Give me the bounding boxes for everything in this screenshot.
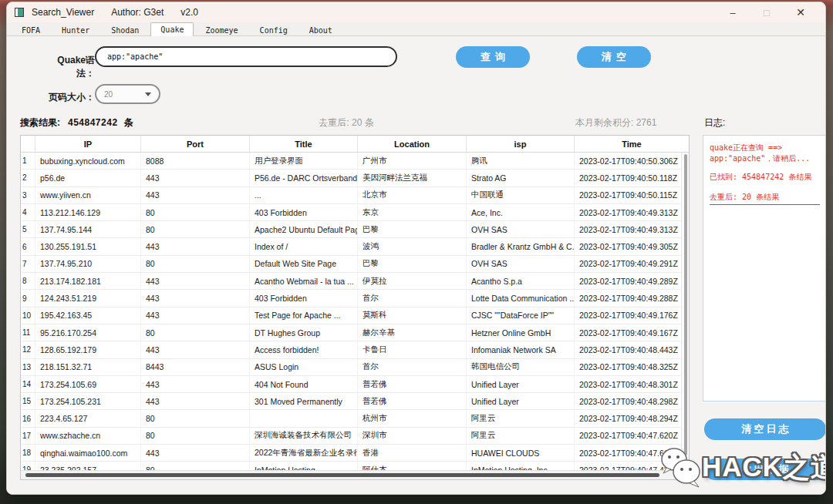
table-row[interactable]: 3www.yiiven.cn443...北京市中国联通2023-02-17T09… <box>21 187 681 204</box>
table-row[interactable]: 13218.151.32.718443ASUS Login首尔韩国电信公司202… <box>21 359 681 376</box>
table-cell: 443 <box>141 273 250 289</box>
page-size-dropdown[interactable]: 20 <box>95 84 160 104</box>
table-cell: 11 <box>21 324 35 341</box>
table-cell: 阿什本 <box>358 462 467 470</box>
table-cell: Unified Layer <box>467 393 575 409</box>
table-cell: 443 <box>141 445 250 461</box>
table-cell: 80 <box>141 324 250 341</box>
column-header-Location[interactable]: Location <box>358 136 467 152</box>
results-value: 454847242 <box>68 117 118 128</box>
log-lines: quake正在查询 ==>app:"apache"，请稍后...已找到: 454… <box>710 143 820 202</box>
table-row[interactable]: 4113.212.146.12980403 Forbidden东京Ace, In… <box>21 204 681 221</box>
table-cell: 17 <box>21 428 35 444</box>
table-cell: 2023-02-17T09:40:50.118Z <box>575 170 681 186</box>
column-header-Time[interactable]: Time <box>575 136 689 152</box>
tab-label: Quake <box>160 25 184 34</box>
query-input[interactable] <box>95 46 397 67</box>
table-cell: 301 Moved Permanently <box>250 393 358 409</box>
table-row[interactable]: 8213.174.182.181443Acantho Webmail - la … <box>21 273 681 290</box>
table-row[interactable]: 1bubuxing.xyncloud.com8088用户登录界面广州市腾讯202… <box>21 153 681 170</box>
minimize-button[interactable]: – <box>716 3 750 22</box>
tab-label: Hunter <box>62 26 89 35</box>
tab-config[interactable]: Config <box>250 24 298 35</box>
tab-zoomeye[interactable]: Zoomeye <box>195 24 248 35</box>
window-title: Search_Viewer <box>32 7 94 18</box>
table-cell: 东京 <box>358 204 467 220</box>
table-cell: 6 <box>21 238 35 254</box>
app-window: Search_Viewer Author: G3et v2.0 – □ ✕ FO… <box>6 2 826 495</box>
table-row[interactable]: 16223.4.65.12780杭州市阿里云2023-02-17T09:40:4… <box>21 410 681 427</box>
table-cell: 404 Not Found <box>250 376 358 392</box>
table-cell: 香港 <box>358 445 467 461</box>
table-cell: 普若佛 <box>358 393 467 409</box>
tab-bar: FOFAHunterShodanQuakeZoomeyeConfigAbout <box>7 22 825 36</box>
table-row[interactable]: 6130.255.191.51443Index of /波鸿Bradler & … <box>21 238 681 255</box>
table-row[interactable]: 1195.216.170.25480DT Hughes Group赫尔辛基Het… <box>21 324 681 341</box>
table-row[interactable]: 5137.74.95.14480Apache2 Ubuntu Default P… <box>21 221 681 238</box>
table-row[interactable]: 17www.szhache.cn80深圳海诚装备技术有限公司深圳市阿里云2023… <box>21 428 681 445</box>
table-row[interactable]: 14173.254.105.69443404 Not Found普若佛Unifi… <box>21 376 681 393</box>
table-cell: 波鸿 <box>358 238 467 254</box>
table-row[interactable]: 1923.235.202.15780InMotion Hosting阿什本InM… <box>21 462 681 470</box>
column-header-index[interactable] <box>21 136 35 152</box>
column-header-IP[interactable]: IP <box>35 136 141 152</box>
table-cell: 赫尔辛基 <box>358 324 467 341</box>
table-row[interactable]: 7137.74.95.21080Default Web Site Page巴黎O… <box>21 256 681 273</box>
table-cell: 95.216.170.254 <box>35 324 141 341</box>
tab-about[interactable]: About <box>299 24 342 35</box>
horizontal-scrollbar[interactable] <box>21 470 681 479</box>
table-cell: 2023-02-17T09:40:47.618Z <box>575 445 681 461</box>
clear-button[interactable]: 清空 <box>577 46 651 68</box>
table-cell: 1 <box>21 153 35 169</box>
table-row[interactable]: 2p56.de443P56.de - DARC Ortsverband ...美… <box>21 170 681 186</box>
table-cell: 113.212.146.129 <box>35 204 141 220</box>
table-cell: Test Page for Apache ... <box>250 307 358 324</box>
table-cell: OVH SAS <box>467 256 575 272</box>
app-icon <box>15 8 24 17</box>
table-row[interactable]: 15173.254.105.231443301 Moved Permanentl… <box>21 393 681 410</box>
table-row[interactable]: 9124.243.51.219443403 Forbidden首尔Lotte D… <box>21 290 681 307</box>
table-row[interactable]: 18qinghai.waimao100.com4432022年青海省最新企业名录… <box>21 445 681 462</box>
table-cell: 2023-02-17T09:40:49.289Z <box>575 273 681 289</box>
table-cell: Hetzner Online GmbH <box>467 324 575 341</box>
column-header-isp[interactable]: isp <box>467 136 575 152</box>
maximize-button[interactable]: □ <box>750 3 784 22</box>
table-cell: Acantho Webmail - la tua ... <box>250 273 358 289</box>
column-header-Port[interactable]: Port <box>141 136 250 152</box>
table-cell: 213.174.182.181 <box>35 273 141 289</box>
table-cell: 中国联通 <box>467 187 575 203</box>
vertical-scrollbar-thumb[interactable] <box>684 154 687 455</box>
horizontal-scrollbar-thumb[interactable] <box>25 473 659 477</box>
table-cell: 2023-02-17T09:40:49.313Z <box>575 221 681 237</box>
vertical-scrollbar[interactable] <box>681 153 689 470</box>
table-cell: DT Hughes Group <box>250 324 358 341</box>
tab-label: FOFA <box>22 26 40 35</box>
table-body: 1bubuxing.xyncloud.com8088用户登录界面广州市腾讯202… <box>21 153 681 470</box>
table-cell: 443 <box>141 393 250 409</box>
table-row[interactable]: 12128.65.192.179443Access forbidden!卡鲁日I… <box>21 341 681 358</box>
log-line: 已找到: 454847242 条结果 <box>710 172 820 183</box>
stats-row: 搜索结果:454847242条 去重后: 20 条 本月剩余积分: 2761 日… <box>7 116 825 130</box>
table-cell: 2023-02-17T09:40:49.167Z <box>575 324 681 341</box>
tab-fofa[interactable]: FOFA <box>12 24 50 35</box>
table-cell: 阿里云 <box>467 410 575 426</box>
table-cell: 阿里云 <box>467 428 575 444</box>
tab-hunter[interactable]: Hunter <box>52 24 99 35</box>
title-bar: Search_Viewer Author: G3et v2.0 – □ ✕ <box>7 2 825 22</box>
table-cell: 2023-02-17T09:40:48.325Z <box>575 359 681 375</box>
clear-log-button[interactable]: 清空日志 <box>704 418 826 440</box>
column-header-Title[interactable]: Title <box>250 136 358 152</box>
results-label: 搜索结果: <box>20 117 60 128</box>
table-cell: 8443 <box>141 359 250 375</box>
table-cell: 80 <box>141 221 250 237</box>
table-cell: 首尔 <box>358 359 467 375</box>
export-data-button[interactable]: 导出数据 <box>704 459 826 480</box>
close-button[interactable]: ✕ <box>784 3 818 22</box>
table-row[interactable]: 10195.42.163.45443Test Page for Apache .… <box>21 307 681 324</box>
table-cell: 443 <box>141 307 250 324</box>
tab-quake[interactable]: Quake <box>150 22 194 36</box>
tab-shodan[interactable]: Shodan <box>101 24 149 35</box>
table-cell: qinghai.waimao100.com <box>35 445 141 461</box>
search-button[interactable]: 查询 <box>456 46 530 68</box>
table-cell: 2 <box>21 170 35 186</box>
